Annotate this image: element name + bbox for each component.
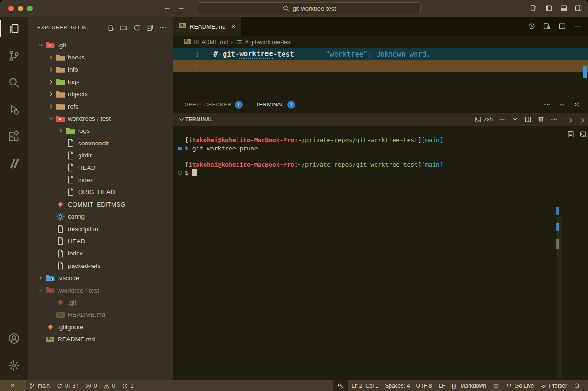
close-panel-icon[interactable]	[573, 101, 581, 108]
status-cursor-position[interactable]: Ln 2, Col 1	[348, 380, 382, 391]
tree-item-logs[interactable]: logs	[28, 125, 173, 137]
breadcrumb-item[interactable]: # git-worktree-test	[236, 39, 292, 46]
tree-item-index[interactable]: index	[28, 174, 173, 186]
status-remote-indicator[interactable]	[0, 380, 26, 391]
command-decoration[interactable]	[178, 147, 182, 150]
tree-item-.worktree[interactable]: .worktree/test	[28, 284, 173, 296]
status-sync-status[interactable]: 0↓ 3↑	[53, 380, 82, 391]
tree-item-commondir[interactable]: commondir	[28, 137, 173, 149]
command-center-search[interactable]: git-worktree-test	[198, 2, 421, 14]
kill-terminal-icon[interactable]	[537, 116, 545, 123]
tree-item-HEAD[interactable]: HEAD	[28, 235, 173, 247]
forward-button[interactable]: →	[178, 3, 185, 12]
tree-item-worktrees[interactable]: worktrees/test	[28, 112, 173, 124]
close-window-button[interactable]	[8, 6, 14, 11]
tab-readme[interactable]: M↓ README.md ×	[173, 17, 241, 36]
tree-item-hooks[interactable]: hooks	[28, 51, 173, 63]
ellipsis-icon[interactable]	[159, 24, 167, 32]
status-eol[interactable]: LF	[436, 380, 449, 391]
command-decoration[interactable]	[178, 171, 182, 175]
preview-icon[interactable]	[543, 22, 551, 30]
toggle-panel-icon[interactable]	[560, 4, 568, 12]
panel-more-icon[interactable]	[543, 101, 551, 108]
status-encoding[interactable]: UTF-8	[413, 380, 436, 391]
minimize-window-button[interactable]	[18, 6, 23, 11]
new-folder-icon[interactable]	[120, 24, 128, 32]
status-problems-errors[interactable]: 0	[82, 380, 100, 391]
new-file-icon[interactable]	[107, 24, 115, 32]
refresh-icon[interactable]	[133, 24, 141, 32]
back-button[interactable]: ←	[164, 3, 171, 12]
status-copilot[interactable]	[489, 380, 502, 391]
close-tab-icon[interactable]: ×	[231, 23, 235, 30]
maximize-panel-icon[interactable]	[558, 101, 566, 108]
split-terminal-icon[interactable]	[524, 116, 532, 123]
ellipsis-icon[interactable]	[550, 116, 558, 123]
status-go-live[interactable]: Go Live	[502, 380, 537, 391]
chevron-right-icon[interactable]	[35, 274, 46, 281]
tree-item-ORIG_HEAD[interactable]: ORIG_HEAD	[28, 186, 173, 198]
activitybar-search[interactable]	[0, 71, 28, 95]
chevron-down-icon[interactable]	[178, 116, 185, 123]
tree-item-.git[interactable]: .git	[28, 39, 173, 51]
collapse-all-icon[interactable]	[146, 24, 154, 32]
status-problems-info[interactable]: 1	[119, 380, 137, 391]
chevron-down-icon[interactable]	[35, 287, 46, 294]
status-notifications[interactable]	[570, 380, 583, 391]
expand-view-icon[interactable]	[579, 117, 587, 124]
history-icon[interactable]	[528, 22, 535, 30]
chev-down-icon[interactable]	[511, 116, 519, 123]
status-problems-warnings[interactable]: 0	[100, 380, 119, 391]
tree-item-README.md[interactable]: M↓README.md	[28, 309, 173, 321]
activitybar-extension-slashes[interactable]	[0, 151, 28, 176]
status-prettier[interactable]: Prettier	[537, 380, 570, 391]
new-terminal-icon[interactable]	[498, 116, 506, 123]
shell-selector[interactable]: zsh	[474, 116, 493, 123]
tree-item-objects[interactable]: objects	[28, 88, 173, 100]
split-icon[interactable]	[558, 22, 566, 30]
tree-item-refs[interactable]: refs	[28, 100, 173, 112]
activitybar-extensions[interactable]	[0, 124, 28, 149]
tree-item-logs[interactable]: logs	[28, 76, 173, 88]
activitybar-settings[interactable]	[0, 353, 28, 378]
tree-item-gitdir[interactable]: gitdir	[28, 150, 173, 162]
tree-item-info[interactable]: info	[28, 64, 173, 76]
terminal-scrollbar[interactable]	[557, 217, 562, 378]
chevron-right-icon[interactable]	[46, 91, 56, 98]
chevron-right-icon[interactable]	[46, 103, 56, 110]
tree-item-.git[interactable]: .git	[28, 296, 173, 308]
panel-tab-terminal[interactable]: TERMINAL1	[256, 96, 295, 113]
status-branch-status[interactable]: main	[26, 380, 53, 391]
breadcrumb-item[interactable]: M↓README.md	[184, 39, 228, 46]
chevron-down-icon[interactable]	[35, 42, 46, 49]
tree-item-config[interactable]: config	[28, 210, 173, 222]
toggle-sidebar-right-icon[interactable]	[575, 4, 582, 12]
status-language-mode[interactable]: {}Markdown	[449, 380, 489, 391]
zoom-window-button[interactable]	[27, 6, 33, 11]
tree-item-.gitignore[interactable]: .gitignore	[28, 321, 173, 333]
tree-item-HEAD[interactable]: HEAD	[28, 162, 173, 174]
panel-tab-spell-checker[interactable]: SPELL CHECKER1	[185, 96, 243, 113]
collapsed-view-2[interactable]	[577, 113, 588, 380]
activitybar-accounts[interactable]	[0, 326, 28, 351]
tree-item-README.md[interactable]: M↓README.md	[28, 333, 173, 345]
tree-item-COMMIT_EDITMSG[interactable]: COMMIT_EDITMSG	[28, 198, 173, 210]
tree-item-packed-refs[interactable]: packed-refs	[28, 260, 173, 272]
chevron-right-icon[interactable]	[46, 54, 56, 61]
tree-item-.vscode[interactable]: .vscode	[28, 272, 173, 284]
code-editor[interactable]: 1 #·git-worktree-test "worktree": Unknow…	[173, 48, 588, 96]
chevron-down-icon[interactable]	[46, 115, 56, 122]
chevron-right-icon[interactable]	[46, 66, 56, 73]
tree-item-description[interactable]: description	[28, 223, 173, 235]
ellipsis-icon[interactable]	[574, 22, 581, 30]
terminal[interactable]: [itokohei@koheiito-MacBook-Pro:~/private…	[173, 126, 588, 177]
chevron-right-icon[interactable]	[56, 127, 66, 134]
collapsed-view-1[interactable]	[564, 113, 577, 380]
activitybar-source-control[interactable]	[0, 44, 28, 68]
customize-layout-icon[interactable]	[530, 4, 538, 12]
tree-item-index[interactable]: index	[28, 248, 173, 260]
chevron-right-icon[interactable]	[46, 78, 56, 85]
expand-view-icon[interactable]	[567, 117, 575, 124]
status-indentation[interactable]: Spaces: 4	[382, 380, 413, 391]
toggle-sidebar-left-icon[interactable]	[545, 4, 553, 12]
